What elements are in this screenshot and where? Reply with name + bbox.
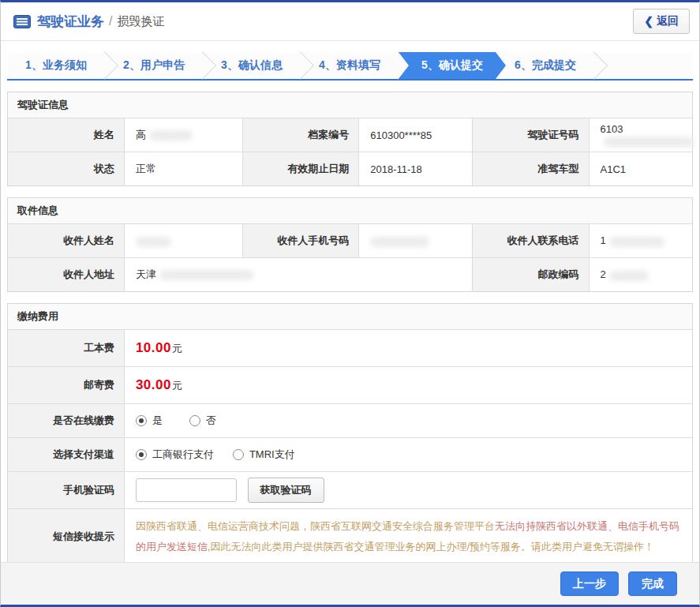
radio-option-no[interactable]: 否	[189, 414, 216, 428]
step-wizard: 1、业务须知 2、用户申告 3、确认信息 4、资料填写 5、确认提交 6、完成提…	[7, 52, 693, 81]
table-row: 工本费 10.00元	[8, 330, 692, 367]
step-5-confirm-submit[interactable]: 5、确认提交	[399, 52, 506, 79]
payment-channel-options: 工商银行支付 TMRI支付	[124, 438, 692, 472]
masked-value	[609, 271, 649, 281]
form-list-icon	[13, 15, 31, 28]
radio-label: 工商银行支付	[152, 448, 214, 462]
table-row: 状态 正常 有效期止日期 2018-11-18 准驾车型 A1C1	[8, 152, 692, 186]
field-label: 工本费	[8, 330, 124, 367]
field-value-vehicle-class: A1C1	[589, 152, 692, 186]
back-chevron-icon: ❮	[644, 15, 653, 28]
field-value-recipient-name	[124, 224, 242, 258]
radio-label: 是	[152, 414, 163, 428]
step-4-fill-data[interactable]: 4、资料填写	[301, 52, 399, 79]
masked-value	[370, 237, 429, 247]
previous-step-button[interactable]: 上一步	[560, 571, 619, 596]
table-row: 邮寄费 30.00元	[8, 367, 692, 404]
back-button-label: 返回	[657, 14, 679, 28]
section-title: 取件信息	[8, 198, 692, 224]
field-label: 是否在线缴费	[8, 404, 124, 438]
production-fee-amount: 10.00	[136, 340, 171, 355]
field-label: 档案编号	[242, 118, 358, 152]
field-value-name: 高	[124, 118, 242, 152]
field-label: 姓名	[8, 118, 124, 152]
step-3-confirm-info[interactable]: 3、确认信息	[203, 52, 301, 79]
breadcrumb-divider: /	[109, 14, 112, 28]
field-label: 收件人地址	[8, 258, 124, 292]
masked-value	[604, 137, 694, 147]
field-value-recipient-mobile	[359, 224, 473, 258]
field-label: 有效期止日期	[242, 152, 358, 186]
footer-action-bar: 上一步 完成	[1, 562, 699, 605]
back-button[interactable]: ❮ 返回	[633, 9, 690, 34]
field-label: 邮政编码	[473, 258, 589, 292]
section-title: 缴纳费用	[8, 304, 692, 330]
table-row: 姓名 高 档案编号 610300****85 驾驶证号码 6103	[8, 118, 692, 152]
sms-notice: 因陕西省联通、电信运营商技术问题，陕西省互联网交通安全综合服务管理平台无法向持陕…	[124, 509, 692, 565]
verification-row: 获取验证码	[124, 472, 692, 509]
chevron-right-icon	[580, 51, 608, 79]
radio-option-icbc[interactable]: 工商银行支付	[136, 448, 214, 462]
page: 驾驶证业务 / 损毁换证 ❮ 返回 1、业务须知 2、用户申告 3、确认信息 4…	[0, 0, 700, 607]
field-value-status: 正常	[124, 152, 242, 186]
radio-unselected-icon[interactable]	[233, 449, 244, 460]
step-label: 1、业务须知	[25, 58, 87, 73]
masked-value	[136, 237, 171, 247]
masked-value	[159, 270, 254, 280]
radio-selected-icon[interactable]	[136, 449, 147, 460]
notice-text: 因陕西省联通、电信运营商技术问题，陕西省互联网交通安全综合服务管理平台	[136, 520, 495, 532]
table-row: 收件人姓名 收件人手机号码 收件人联系电话 1	[8, 224, 692, 258]
field-label: 手机验证码	[8, 472, 124, 509]
table-row: 收件人地址 天津 邮政编码 2	[8, 258, 692, 292]
field-value-postal-code: 2	[589, 258, 692, 292]
field-label: 邮寄费	[8, 367, 124, 404]
table-row: 选择支付渠道 工商银行支付 TMRI支付	[8, 438, 692, 472]
header: 驾驶证业务 / 损毁换证 ❮ 返回	[1, 2, 699, 41]
verification-code-input[interactable]	[136, 478, 237, 502]
field-label: 状态	[8, 152, 124, 186]
mailing-fee-amount: 30.00	[136, 377, 171, 392]
radio-label: TMRI支付	[249, 448, 295, 462]
step-1-notice[interactable]: 1、业务须知	[7, 52, 105, 79]
field-label: 收件人联系电话	[473, 224, 589, 258]
page-title: 驾驶证业务	[37, 13, 104, 31]
finish-button[interactable]: 完成	[628, 571, 677, 596]
license-info-section: 驾驶证信息 姓名 高 档案编号 610300****85 驾驶证号码 6103 …	[7, 92, 693, 186]
field-label: 收件人姓名	[8, 224, 124, 258]
field-label: 收件人手机号码	[242, 224, 358, 258]
step-2-declaration[interactable]: 2、用户申告	[105, 52, 203, 79]
field-value-mailing-fee: 30.00元	[124, 367, 692, 404]
field-label: 选择支付渠道	[8, 438, 124, 472]
step-label: 3、确认信息	[221, 58, 283, 73]
radio-option-tmri[interactable]: TMRI支付	[233, 448, 295, 462]
table-row: 短信接收提示 因陕西省联通、电信运营商技术问题，陕西省互联网交通安全综合服务管理…	[8, 509, 692, 565]
field-value-recipient-address: 天津	[124, 258, 472, 292]
step-label: 5、确认提交	[421, 58, 483, 73]
step-label: 2、用户申告	[123, 58, 185, 73]
radio-label: 否	[206, 414, 216, 428]
field-value-production-fee: 10.00元	[124, 330, 692, 367]
radio-selected-icon[interactable]	[136, 415, 147, 426]
field-value-file-no: 610300****85	[359, 118, 473, 152]
step-label: 4、资料填写	[319, 58, 380, 73]
currency-unit: 元	[172, 380, 182, 392]
step-label: 6、完成提交	[515, 58, 576, 73]
online-payment-options: 是 否	[124, 404, 692, 438]
get-verification-code-button[interactable]: 获取验证码	[248, 478, 324, 503]
table-row: 是否在线缴费 是 否	[8, 404, 692, 438]
field-value-recipient-phone: 1	[589, 224, 692, 258]
field-label: 短信接收提示	[8, 509, 124, 565]
field-value-license-no: 6103	[589, 118, 692, 152]
fees-section: 缴纳费用 工本费 10.00元 邮寄费 30.00元 是否在线缴费	[7, 303, 693, 565]
section-title: 驾驶证信息	[8, 92, 692, 118]
breadcrumb-current: 损毁换证	[117, 14, 164, 29]
radio-unselected-icon[interactable]	[189, 415, 200, 426]
step-6-complete-submit[interactable]: 6、完成提交	[496, 52, 594, 79]
masked-value	[609, 237, 664, 247]
table-row: 手机验证码 获取验证码	[8, 472, 692, 509]
masked-value	[149, 130, 193, 141]
radio-option-yes[interactable]: 是	[136, 414, 163, 428]
pickup-info-section: 取件信息 收件人姓名 收件人手机号码 收件人联系电话 1 收件人地址 天津 邮政…	[7, 197, 693, 292]
field-label: 准驾车型	[473, 152, 589, 186]
notice-text: 因此无法向此类用户提供陕西省交通管理业务的网上办理/预约等服务。请此类用户避免无…	[211, 541, 655, 553]
